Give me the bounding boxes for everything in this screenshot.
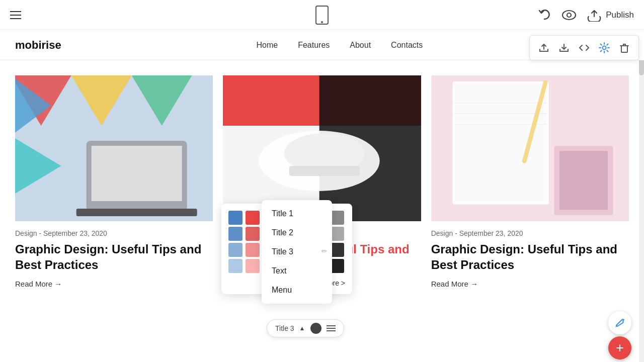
block-upload-button[interactable] — [535, 39, 553, 57]
align-button[interactable] — [327, 325, 336, 331]
publish-label: Publish — [606, 10, 634, 20]
palette-swatch[interactable] — [228, 227, 243, 241]
edit-fab[interactable] — [608, 311, 631, 334]
block-delete-button[interactable] — [615, 39, 633, 57]
svg-rect-20 — [289, 166, 360, 176]
code-icon — [579, 42, 590, 53]
palette-swatch[interactable] — [330, 211, 344, 225]
palette-swatch[interactable] — [330, 243, 344, 257]
svg-point-3 — [567, 13, 571, 17]
svg-rect-29 — [559, 151, 608, 210]
svg-rect-13 — [92, 146, 182, 201]
nav-about[interactable]: About — [350, 41, 371, 49]
undo-button[interactable] — [537, 8, 551, 22]
svg-point-2 — [562, 11, 576, 20]
toolbar-center — [315, 6, 329, 25]
palette-swatch[interactable] — [246, 243, 260, 257]
card-1-read-more[interactable]: Read More → — [15, 280, 62, 288]
top-toolbar: Publish — [0, 0, 644, 30]
hamburger-button[interactable] — [10, 11, 21, 19]
card-3-title: Graphic Design: Useful Tips and Best Pra… — [431, 241, 629, 273]
add-fab[interactable]: + — [608, 336, 631, 359]
main-content: Design - September 23, 2020 Graphic Desi… — [0, 60, 644, 304]
gear-icon — [599, 42, 610, 53]
pencil-icon: ✏ — [321, 247, 327, 255]
mobile-icon — [315, 6, 329, 25]
preview-button[interactable] — [561, 10, 577, 21]
card-1-title: Graphic Design: Useful Tips and Best Pra… — [15, 241, 213, 273]
toolbar-right: Publish — [537, 8, 634, 22]
svg-rect-14 — [76, 209, 197, 216]
inline-toolbar-title3-label: Title 3 — [275, 324, 294, 332]
palette-swatch[interactable] — [228, 211, 243, 225]
palette-swatch[interactable] — [330, 259, 344, 273]
nav-contacts[interactable]: Contacts — [391, 41, 423, 49]
site-logo: mobirise — [15, 39, 61, 52]
nav-features[interactable]: Features — [298, 41, 330, 49]
card-3-meta: Design - September 23, 2020 — [431, 229, 629, 237]
card-1-meta: Design - September 23, 2020 — [15, 229, 213, 237]
color-picker-button[interactable] — [310, 323, 321, 334]
svg-point-4 — [603, 46, 606, 50]
publish-icon — [587, 9, 602, 22]
type-menu-title3[interactable]: Title 3 ✏ — [262, 242, 332, 261]
type-menu-title1[interactable]: Title 1 — [262, 204, 332, 223]
blog-card-1: Design - September 23, 2020 Graphic Desi… — [15, 75, 213, 289]
type-menu-menu[interactable]: Menu — [262, 281, 332, 300]
eye-icon — [561, 10, 577, 21]
type-menu-text[interactable]: Text — [262, 261, 332, 281]
download-icon — [558, 42, 570, 53]
main-nav: Home Features About Contacts — [256, 41, 423, 50]
block-download-button[interactable] — [555, 39, 573, 57]
card-3-read-more[interactable]: Read More → — [431, 280, 478, 288]
palette-swatch[interactable] — [228, 243, 243, 257]
hamburger-icon — [10, 11, 21, 19]
edit-icon — [614, 317, 625, 328]
publish-button[interactable]: Publish — [587, 9, 634, 22]
plus-icon: + — [616, 341, 624, 355]
card-1-image — [15, 75, 213, 221]
nav-home[interactable]: Home — [256, 41, 278, 49]
trash-icon — [619, 42, 630, 53]
undo-icon — [537, 8, 551, 22]
block-settings-button[interactable] — [595, 39, 613, 57]
type-menu-title2[interactable]: Title 2 — [262, 223, 332, 242]
scrollbar[interactable] — [639, 30, 644, 362]
palette-swatch[interactable] — [246, 211, 260, 225]
palette-swatch[interactable] — [246, 259, 260, 273]
palette-swatch[interactable] — [228, 259, 243, 273]
card-3-image — [431, 75, 629, 221]
upload-icon — [538, 42, 549, 53]
palette-swatch[interactable] — [330, 227, 344, 241]
svg-rect-23 — [454, 83, 546, 202]
card-2-image — [223, 75, 421, 221]
block-code-button[interactable] — [575, 39, 593, 57]
svg-rect-5 — [621, 46, 627, 52]
block-toolbar — [529, 35, 639, 60]
type-menu-popup: Title 1 Title 2 Title 3 ✏ Text Menu — [262, 200, 332, 304]
chevron-up-icon[interactable]: ▲ — [299, 325, 305, 332]
inline-toolbar: Title 3 ▲ — [267, 319, 344, 337]
mobile-preview-button[interactable] — [315, 6, 329, 25]
toolbar-left — [10, 11, 21, 19]
palette-swatch[interactable] — [246, 227, 260, 241]
blog-card-3: Design - September 23, 2020 Graphic Desi… — [431, 75, 629, 289]
svg-point-1 — [321, 21, 323, 23]
